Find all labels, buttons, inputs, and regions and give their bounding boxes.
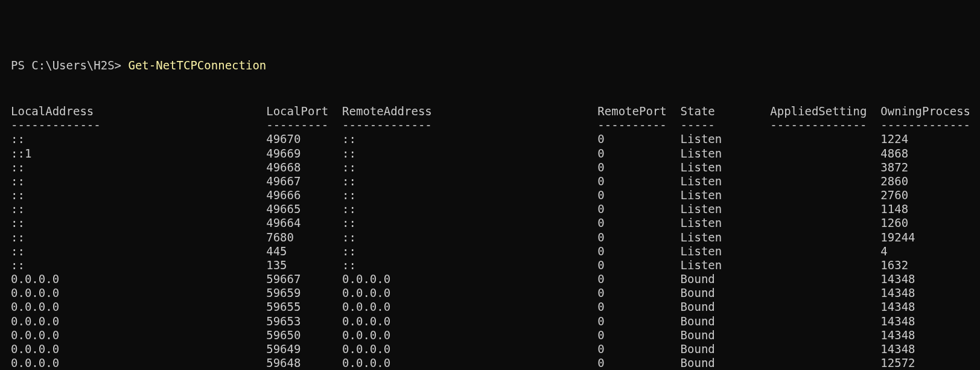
table-row: 0.0.0.0 59649 0.0.0.0 0 Bound 14348 <box>11 342 980 356</box>
table-row: :: 7680 :: 0 Listen 19244 <box>11 231 980 244</box>
table-row: 0.0.0.0 59667 0.0.0.0 0 Bound 14348 <box>11 272 980 286</box>
table-row: 0.0.0.0 59655 0.0.0.0 0 Bound 14348 <box>11 300 980 314</box>
table-row: :: 49670 :: 0 Listen 1224 <box>11 132 980 146</box>
table-row: ::1 49669 :: 0 Listen 4868 <box>11 147 980 161</box>
table-row: :: 445 :: 0 Listen 4 <box>11 244 980 258</box>
table-row: :: 49666 :: 0 Listen 2760 <box>11 188 980 202</box>
table-row: :: 49665 :: 0 Listen 1148 <box>11 202 980 216</box>
table-row: :: 49667 :: 0 Listen 2860 <box>11 174 980 188</box>
table-header: LocalAddress LocalPort RemoteAddress Rem… <box>11 104 980 118</box>
table-row: 0.0.0.0 59659 0.0.0.0 0 Bound 14348 <box>11 286 980 300</box>
table-row: 0.0.0.0 59653 0.0.0.0 0 Bound 14348 <box>11 314 980 328</box>
table-row: :: 49664 :: 0 Listen 1260 <box>11 216 980 230</box>
prompt-line[interactable]: PS C:\Users\H2S> Get-NetTCPConnection <box>11 59 980 72</box>
output-table: LocalAddress LocalPort RemoteAddress Rem… <box>11 104 980 370</box>
table-rule: ------------- --------- ------------- --… <box>11 118 980 132</box>
prompt-prefix: PS C:\Users\H2S> <box>11 59 121 72</box>
table-row: :: 49668 :: 0 Listen 3872 <box>11 161 980 174</box>
table-row: 0.0.0.0 59648 0.0.0.0 0 Bound 12572 <box>11 356 980 370</box>
table-row: 0.0.0.0 59650 0.0.0.0 0 Bound 14348 <box>11 328 980 342</box>
typed-command: Get-NetTCPConnection <box>128 59 266 72</box>
table-row: :: 135 :: 0 Listen 1632 <box>11 258 980 272</box>
